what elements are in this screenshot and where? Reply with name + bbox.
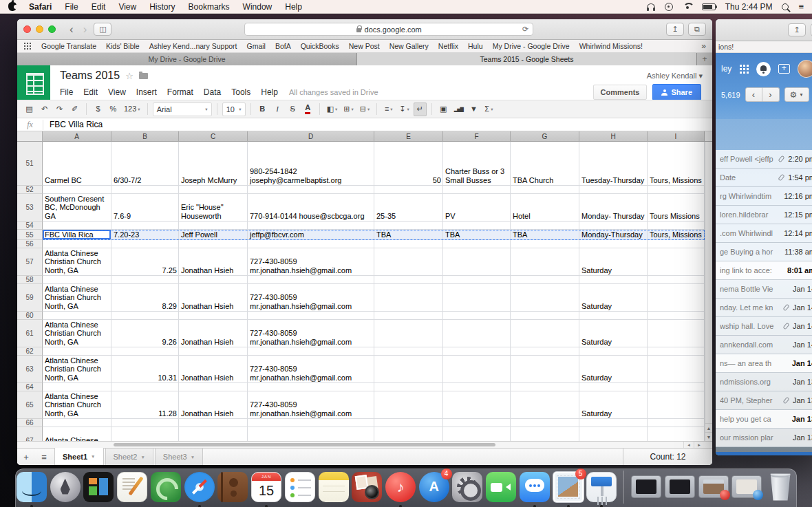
older-button[interactable]: › — [762, 87, 780, 102]
cell-H61[interactable]: Saturday — [579, 320, 648, 347]
cell-F64[interactable] — [443, 383, 511, 391]
dock-item-minimized-window-1[interactable] — [630, 471, 662, 503]
bookmark-item[interactable]: Gmail — [247, 42, 266, 50]
toolbar-print[interactable]: ▤ — [23, 103, 36, 116]
folder-icon[interactable] — [139, 73, 148, 79]
column-header-H[interactable]: H — [579, 131, 648, 142]
cell-B52[interactable] — [111, 186, 179, 194]
cell-G58[interactable] — [511, 276, 579, 284]
cell-E58[interactable] — [374, 276, 443, 284]
cell-I53[interactable]: Tours Missions — [648, 194, 705, 222]
cell-D54[interactable] — [248, 222, 374, 230]
cell-C63[interactable]: Jonathan Hsieh — [179, 356, 248, 383]
cell-H51[interactable]: Tuesday-Thursday — [579, 142, 648, 186]
forward-button[interactable]: › — [81, 23, 90, 35]
toolbar-insert-chart[interactable]: ▂▅▇ — [452, 103, 465, 116]
cell-F53[interactable]: PV — [443, 194, 511, 222]
dock-item-contacts[interactable] — [217, 471, 248, 503]
dock-item-photo-booth[interactable] — [351, 471, 383, 503]
cell-D55[interactable]: jeffp@fbcvr.com — [248, 230, 374, 240]
bookmark-item[interactable]: QuickBooks — [301, 42, 339, 50]
horizontal-scrollbar[interactable]: ◂ ▸ — [17, 441, 712, 448]
cell-C64[interactable] — [179, 383, 248, 391]
cell-E61[interactable] — [374, 320, 443, 347]
cell-A58[interactable] — [43, 276, 111, 284]
cell-A53[interactable]: Southern Cresent BC, McDonough GA — [43, 194, 111, 222]
account-menu[interactable]: Ashley Kendall ▾ — [647, 72, 705, 80]
cell-F65[interactable] — [443, 391, 511, 419]
row-header-63[interactable]: 63 — [17, 356, 43, 383]
cell-D62[interactable] — [248, 347, 374, 356]
compose-plus-icon[interactable] — [778, 64, 790, 74]
cell-C61[interactable]: Jonathan Hsieh — [179, 320, 248, 347]
cell-C56[interactable] — [179, 240, 248, 248]
cell-A59[interactable]: Atlanta Chinese Christian Church North, … — [43, 284, 111, 312]
cell-A62[interactable] — [43, 347, 111, 356]
avatar[interactable] — [798, 60, 812, 78]
cell-G60[interactable] — [511, 312, 579, 320]
email-row-7[interactable]: ing link to acce:8:01 am — [716, 261, 812, 280]
cell-B51[interactable]: 6/30-7/2 — [111, 142, 179, 186]
dock-item-system-preferences[interactable] — [452, 471, 484, 503]
email-row-14[interactable]: 40 PM, StepherJan 13 — [716, 391, 812, 410]
browser-tab-active[interactable]: Teams 2015 - Google Sheets — [357, 53, 697, 65]
cell-G66[interactable] — [511, 419, 579, 427]
row-header-56[interactable]: 56 — [17, 240, 43, 248]
toolbar-filter[interactable]: ▼ — [467, 103, 480, 116]
bookmark-item[interactable]: Google Translate — [41, 42, 96, 50]
cell-A67[interactable]: Atlanta Chinese Christian Chur — [43, 427, 111, 441]
dock-item-tiles-app[interactable] — [83, 471, 115, 503]
cell-I59[interactable] — [648, 284, 705, 312]
scroll-right-icon[interactable]: ▸ — [694, 442, 704, 448]
cell-E60[interactable] — [374, 312, 443, 320]
cell-G63[interactable] — [511, 356, 579, 383]
sheets-menu-insert[interactable]: Insert — [136, 87, 157, 97]
cell-B55[interactable]: 7.20-23 — [111, 230, 179, 240]
tab-overview-icon[interactable]: ⧉ — [688, 23, 706, 36]
cell-A56[interactable] — [43, 240, 111, 248]
toolbar-text-color[interactable]: A — [301, 103, 314, 116]
menu-view[interactable]: View — [118, 2, 136, 12]
toolbar-paint-format[interactable]: ✐ — [68, 103, 81, 116]
column-header-B[interactable]: B — [111, 131, 179, 142]
cell-E64[interactable] — [374, 383, 443, 391]
dock-item-calendar[interactable]: JAN15 — [250, 471, 282, 503]
row-header-57[interactable]: 57 — [17, 248, 43, 276]
cell-C54[interactable] — [179, 222, 248, 230]
cell-H57[interactable]: Saturday — [579, 248, 648, 276]
cell-D52[interactable] — [248, 186, 374, 194]
cell-F51[interactable]: Charter Buss or 3 Small Busses — [443, 142, 511, 186]
dock-item-safari[interactable] — [184, 471, 215, 503]
sheets-logo-icon[interactable] — [17, 65, 50, 100]
menu-history[interactable]: History — [149, 2, 175, 12]
minimize-button[interactable] — [36, 25, 43, 33]
cell-E62[interactable] — [374, 347, 443, 356]
bookmark-text-fragment[interactable]: ions! — [718, 43, 734, 51]
column-header-D[interactable]: D — [248, 131, 374, 142]
cell-C65[interactable]: Jonathan Hsieh — [179, 391, 248, 419]
cell-C52[interactable] — [179, 186, 248, 194]
cell-F60[interactable] — [443, 312, 511, 320]
bookmark-item[interactable]: Hulu — [468, 42, 483, 50]
cell-E59[interactable] — [374, 284, 443, 312]
sheets-menu-format[interactable]: Format — [167, 87, 193, 97]
bookmark-item[interactable]: New Post — [349, 42, 380, 50]
cell-F63[interactable] — [443, 356, 511, 383]
menu-bar-app-name[interactable]: Safari — [29, 2, 52, 12]
wifi-icon[interactable] — [683, 3, 692, 10]
all-sheets-button[interactable]: ≡ — [35, 449, 53, 465]
email-row-13[interactable]: ndmissions.orgJan 13 — [716, 373, 812, 391]
cell-D64[interactable] — [248, 383, 374, 391]
cell-H64[interactable] — [579, 383, 648, 391]
cell-C60[interactable] — [179, 312, 248, 320]
bookmarks-grid-icon[interactable] — [23, 42, 32, 50]
row-header-55[interactable]: 55 — [17, 230, 43, 240]
toolbar-horizontal-align[interactable]: ≡▾ — [382, 103, 395, 116]
cell-G51[interactable]: TBA Church — [511, 142, 579, 186]
cell-H59[interactable]: Saturday — [579, 284, 648, 312]
scroll-left-icon[interactable]: ◂ — [683, 442, 694, 448]
cell-E63[interactable] — [374, 356, 443, 383]
row-header-59[interactable]: 59 — [17, 284, 43, 312]
email-row-4[interactable]: loren.hildebrar12:15 pm — [716, 206, 812, 224]
email-row-11[interactable]: annkendall.comJan 14 — [716, 336, 812, 354]
